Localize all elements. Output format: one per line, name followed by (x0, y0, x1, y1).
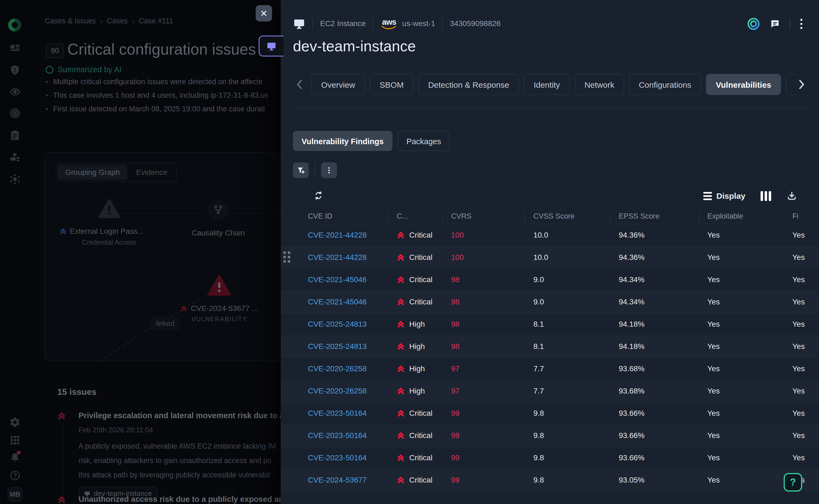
columns-button[interactable] (761, 191, 771, 201)
cve-link[interactable]: CVE-2025-24813 (308, 342, 366, 351)
help-button[interactable]: ? (784, 473, 802, 492)
kebab-menu-icon[interactable] (799, 18, 803, 30)
tab-identity[interactable]: Identity (524, 74, 570, 95)
dashboard-icon[interactable] (9, 42, 21, 55)
tab-network[interactable]: Network (575, 74, 624, 95)
settings-gear-icon[interactable] (9, 416, 21, 429)
cve-link[interactable]: CVE-2021-44228 (308, 231, 366, 240)
table-row[interactable]: CVE-2025-24813High988.194.18%YesYes (281, 313, 819, 335)
column-header[interactable]: CVRS (443, 212, 525, 221)
table-row[interactable]: CVE-2025-24813High988.194.18%YesYes (281, 335, 819, 357)
display-button[interactable]: Display (703, 191, 745, 201)
table-row[interactable]: CVE-2021-45046Critical989.094.34%YesYes (281, 291, 819, 313)
graph-edges (45, 153, 319, 361)
drawer-handle-tab[interactable] (259, 36, 283, 56)
breadcrumb-item[interactable]: Case #111 (139, 17, 173, 25)
cve-link[interactable]: CVE-2021-45046 (308, 275, 366, 284)
table-row[interactable]: CVE-2021-44228Critical10010.094.36%YesYe… (281, 246, 819, 268)
divider (790, 18, 790, 30)
ai-bullet: •This case involves 1 host and 4 users, … (46, 92, 268, 99)
close-icon (260, 10, 267, 17)
severity-icon (397, 320, 405, 328)
column-header[interactable]: C... (388, 212, 443, 221)
column-header[interactable]: CVSS Score (525, 212, 610, 221)
tabs-scroll-left[interactable] (293, 74, 305, 95)
column-header[interactable]: CVE ID (281, 212, 388, 221)
org-blocks-icon[interactable] (9, 151, 21, 163)
column-header[interactable]: Fi (784, 212, 819, 221)
cve-link[interactable]: CVE-2021-44228 (308, 253, 366, 262)
table-row[interactable]: CVE-2023-50164Critical999.893.66%YesYes (281, 402, 819, 424)
tab-configurations[interactable]: Configurations (629, 74, 701, 95)
graph-node-cve[interactable]: CVE-2024-53677 ... VULNERABILITY (193, 275, 245, 323)
clipboard-icon[interactable] (9, 129, 21, 141)
notifications-bell-icon[interactable] (9, 451, 21, 464)
table-row[interactable]: CVE-2021-44228Critical10010.094.36%YesYe… (281, 224, 819, 246)
table-row[interactable]: CVE-2024-53677Critical999.893.05%YesYes (281, 469, 819, 491)
tabs-scroll-right[interactable] (796, 74, 808, 95)
tab-ac[interactable]: Ac (786, 74, 796, 95)
breadcrumb-item[interactable]: Cases (107, 17, 128, 25)
column-header[interactable]: EPSS Score (610, 212, 699, 221)
ai-summary-label: Summarized by AI (58, 65, 121, 74)
table-row[interactable]: CVE-2020-26258High977.793.68%YesYes (281, 357, 819, 380)
chat-icon[interactable] (770, 18, 780, 29)
left-sidebar: MB (0, 0, 30, 504)
tab-vulnerabilities[interactable]: Vulnerabilities (706, 74, 781, 95)
subtab-vulnerability-findings[interactable]: Vulnerability Findings (293, 131, 392, 151)
severity-icon (397, 454, 405, 462)
add-filter-button[interactable] (293, 162, 309, 178)
cve-link[interactable]: CVE-2023-50164 (308, 453, 366, 462)
eye-icon[interactable] (9, 86, 21, 98)
tab-sbom[interactable]: SBOM (370, 74, 413, 95)
cve-link[interactable]: CVE-2025-24813 (308, 320, 366, 329)
severity-label: Critical (409, 453, 433, 462)
refresh-button[interactable] (312, 190, 324, 201)
issue-title[interactable]: Privilege escalation and lateral movemen… (78, 411, 282, 420)
graph-node-causality[interactable]: Causality Chain (196, 199, 240, 237)
help-circle-icon[interactable] (9, 469, 21, 482)
apps-grid-icon[interactable] (9, 434, 21, 446)
cve-link[interactable]: CVE-2024-53677 (308, 476, 366, 484)
table-row[interactable]: CVE-2023-50164Critical999.893.66%YesYes (281, 446, 819, 469)
monitor-icon (266, 41, 277, 51)
shield-alert-icon[interactable] (9, 64, 21, 76)
graph-node-alert[interactable]: External Login Pass... Credential Access (86, 199, 132, 246)
brand-logo[interactable] (8, 18, 22, 32)
subtab-packages[interactable]: Packages (398, 131, 450, 151)
monitor-icon (293, 17, 305, 30)
ai-summary-bullets: •Multiple critical configuration issues … (46, 78, 268, 119)
severity-chevrons-icon (180, 305, 187, 312)
cvrs-value: 97 (451, 387, 460, 395)
breadcrumb-item[interactable]: Cases & Issues (45, 17, 96, 25)
severity-chevrons-icon (57, 412, 66, 420)
close-drawer-button[interactable] (256, 5, 272, 21)
hub-icon[interactable] (9, 173, 21, 185)
tab-overview[interactable]: Overview (311, 74, 365, 95)
fix-value: Yes (792, 342, 805, 351)
severity-icon (397, 342, 405, 351)
download-button[interactable] (786, 191, 797, 201)
tab-detection-response[interactable]: Detection & Response (418, 74, 519, 95)
table-menu-button[interactable] (321, 162, 337, 178)
avatar[interactable]: MB (7, 487, 23, 502)
table-row[interactable]: CVE-2020-26258High977.793.68%YesYes (281, 380, 819, 402)
cve-link[interactable]: CVE-2021-45046 (308, 298, 366, 306)
table-row[interactable]: CVE-2021-45046Critical989.094.34%YesYes (281, 268, 819, 291)
cve-link[interactable]: CVE-2020-26258 (308, 364, 366, 373)
cve-link[interactable]: CVE-2023-50164 (308, 431, 366, 440)
cve-link[interactable]: CVE-2023-50164 (308, 409, 366, 418)
epss-value: 93.66% (619, 431, 645, 440)
table-row[interactable]: CVE-2023-50164Critical999.893.66%YesYes (281, 424, 819, 446)
issue-item[interactable]: Privilege escalation and lateral movemen… (57, 411, 282, 500)
edge-label-linked: linked (150, 317, 180, 330)
issue-title[interactable]: Unauthorized access risk due to a public… (78, 495, 282, 504)
target-icon[interactable] (9, 107, 21, 119)
fix-value: Yes (792, 231, 805, 240)
issue-item[interactable]: Unauthorized access risk due to a public… (57, 495, 282, 504)
epss-value: 93.05% (619, 476, 645, 484)
view-subtabs: Vulnerability FindingsPackages (293, 131, 450, 151)
cve-link[interactable]: CVE-2020-26258 (308, 387, 366, 395)
ai-rings-icon[interactable] (747, 17, 760, 31)
column-header[interactable]: Exploitable (699, 212, 784, 221)
